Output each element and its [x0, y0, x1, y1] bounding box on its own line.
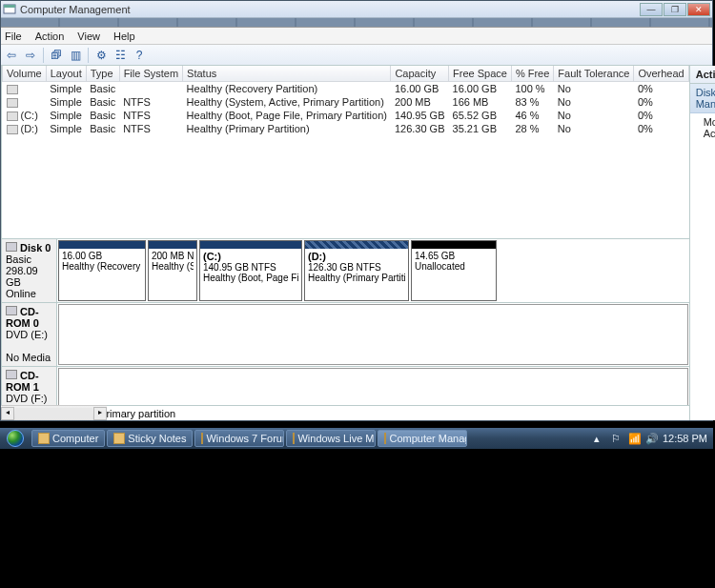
disk-graphical-view[interactable]: Disk 0 Basic 298.09 GB Online 16.00 GBHe…	[2, 239, 689, 405]
disk-icon	[6, 242, 17, 252]
disk-header-cd1[interactable]: CD-ROM 1 DVD (F:) No Media	[2, 367, 57, 405]
partition-block[interactable]: 14.65 GBUnallocated	[411, 240, 497, 301]
properties-button[interactable]: ☷	[112, 47, 129, 64]
column-header[interactable]: Type	[86, 66, 119, 82]
scroll-left-button[interactable]: ◂	[1, 407, 2, 420]
column-header[interactable]: Fault Tolerance	[554, 66, 634, 82]
column-header[interactable]: Overhead	[634, 66, 688, 82]
actions-pane: Actions Disk Management ▴ More Actions ▸	[690, 66, 715, 420]
tray-network-icon[interactable]: 📶	[628, 433, 640, 444]
disk-header-disk0[interactable]: Disk 0 Basic 298.09 GB Online	[2, 239, 57, 302]
column-header[interactable]: Free Space	[449, 66, 512, 82]
volume-table[interactable]: VolumeLayoutTypeFile SystemStatusCapacit…	[2, 66, 689, 239]
partition-block[interactable]: 200 MB NTFSHealthy (Syst	[148, 240, 197, 301]
up-button[interactable]: 🗊	[48, 47, 65, 64]
partition-block[interactable]: (C:)140.95 GB NTFSHealthy (Boot, Page Fi…	[199, 240, 302, 301]
app-icon	[3, 3, 16, 16]
menu-action[interactable]: Action	[35, 30, 65, 42]
back-button[interactable]: ⇦	[3, 47, 20, 64]
center-pane: VolumeLayoutTypeFile SystemStatusCapacit…	[2, 66, 690, 420]
taskbar-task[interactable]: Computer Managem...	[378, 430, 467, 447]
no-media-area	[58, 304, 688, 365]
cdrom-icon	[6, 306, 17, 315]
close-button[interactable]: ✕	[687, 3, 710, 16]
tray-flag-icon[interactable]: ⚐	[611, 433, 623, 444]
windows-orb-icon	[7, 430, 24, 447]
help-button[interactable]: ?	[131, 47, 148, 64]
volume-row[interactable]: (C:)SimpleBasicNTFSHealthy (Boot, Page F…	[3, 109, 689, 122]
column-header[interactable]: Layout	[46, 66, 86, 82]
column-header[interactable]: Status	[183, 66, 391, 82]
taskbar-task[interactable]: Windows Live Messe...	[286, 430, 376, 447]
cdrom-icon	[6, 370, 17, 379]
minimize-button[interactable]: —	[640, 3, 663, 16]
refresh-button[interactable]: ⚙	[92, 47, 110, 64]
column-header[interactable]: Volume	[3, 66, 47, 82]
tree-hscrollbar[interactable]: ◂ ▸	[1, 405, 2, 420]
column-header[interactable]: File System	[119, 66, 182, 82]
taskbar-task[interactable]: Sticky Notes	[107, 430, 193, 447]
forward-button[interactable]: ⇨	[22, 47, 39, 64]
no-media-area	[58, 368, 688, 405]
maximize-button[interactable]: ❐	[664, 3, 686, 16]
app-window: Computer Management — ❐ ✕ File Action Vi…	[0, 0, 713, 421]
tray-clock[interactable]: 12:58 PM	[663, 433, 707, 444]
menu-help[interactable]: Help	[113, 30, 135, 42]
volume-row[interactable]: SimpleBasicNTFSHealthy (System, Active, …	[3, 95, 689, 109]
toolbar: ⇦ ⇨ 🗊 ▥ ⚙ ☷ ?	[1, 45, 712, 66]
partition-block[interactable]: (D:)126.30 GB NTFSHealthy (Primary Parti…	[304, 240, 409, 301]
disk-header-cd0[interactable]: CD-ROM 0 DVD (E:) No Media	[2, 303, 57, 366]
tray-caret-icon[interactable]: ▴	[594, 433, 605, 444]
disk-row-cdrom1[interactable]: CD-ROM 1 DVD (F:) No Media	[2, 367, 689, 405]
actions-header: Actions	[690, 66, 715, 84]
window-title: Computer Management	[20, 4, 640, 15]
titlebar[interactable]: Computer Management — ❐ ✕	[1, 1, 712, 18]
disk-row-cdrom0[interactable]: CD-ROM 0 DVD (E:) No Media	[2, 303, 689, 367]
taskbar[interactable]: ComputerSticky NotesWindows 7 Forums - .…	[0, 428, 713, 449]
menubar: File Action View Help	[1, 28, 712, 45]
system-tray[interactable]: ▴ ⚐ 📶 🔊 12:58 PM	[588, 433, 713, 444]
actions-more[interactable]: More Actions ▸	[690, 113, 715, 142]
taskbar-task[interactable]: Windows 7 Forums - ...	[194, 430, 284, 447]
partition-block[interactable]: 16.00 GBHealthy (Recovery Partition	[58, 240, 146, 301]
show-hide-button[interactable]: ▥	[67, 47, 84, 64]
disk-row-disk0[interactable]: Disk 0 Basic 298.09 GB Online 16.00 GBHe…	[2, 239, 689, 303]
taskbar-task[interactable]: Computer	[31, 430, 105, 447]
volume-row[interactable]: SimpleBasicHealthy (Recovery Partition)1…	[3, 82, 689, 96]
actions-section[interactable]: Disk Management ▴	[690, 84, 715, 113]
volume-row[interactable]: (D:)SimpleBasicNTFSHealthy (Primary Part…	[3, 122, 689, 135]
tray-volume-icon[interactable]: 🔊	[645, 433, 657, 444]
svg-rect-1	[4, 5, 15, 8]
menu-view[interactable]: View	[77, 30, 100, 42]
start-button[interactable]	[0, 428, 31, 449]
menu-file[interactable]: File	[5, 30, 22, 42]
column-header[interactable]: % Free	[511, 66, 553, 82]
column-header[interactable]: Capacity	[391, 66, 449, 82]
browser-tabstrip	[1, 18, 712, 28]
